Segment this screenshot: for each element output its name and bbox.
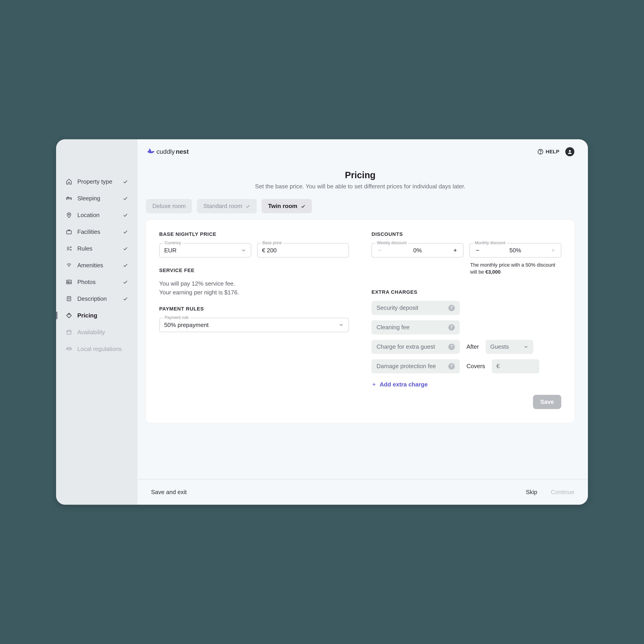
base-price-field[interactable]: Base price € 200	[257, 243, 349, 258]
covers-label: Covers	[466, 363, 485, 370]
charge-label: Cleaning fee	[376, 324, 410, 331]
rules-icon	[65, 245, 73, 252]
sidebar-item-property-type[interactable]: Property type	[56, 173, 137, 190]
svg-point-6	[70, 249, 71, 250]
sidebar-item-facilities[interactable]: Facilities	[56, 223, 137, 240]
sidebar-item-label: Facilities	[77, 228, 100, 235]
check-icon	[122, 229, 128, 235]
monthly-discount-label: Monthly discount	[473, 241, 507, 245]
topbar: cuddlynest HELP	[137, 139, 588, 161]
charge-damage-protection[interactable]: Damage protection fee ?	[372, 359, 460, 373]
help-icon	[537, 149, 543, 155]
after-label: After	[466, 343, 479, 350]
tab-standard-room[interactable]: Standard room	[197, 199, 257, 213]
content: Pricing Set the base price. You will be …	[137, 161, 588, 479]
save-and-exit-button[interactable]: Save and exit	[151, 489, 187, 496]
sidebar-item-description[interactable]: Description	[56, 290, 137, 307]
check-icon	[122, 262, 128, 268]
covers-input[interactable]: €	[492, 359, 539, 373]
save-button[interactable]: Save	[533, 395, 561, 409]
sidebar-item-pricing[interactable]: Pricing	[56, 307, 137, 324]
skip-button[interactable]: Skip	[526, 489, 537, 496]
plus-button[interactable]	[550, 247, 556, 253]
sidebar-item-label: Availability	[77, 329, 105, 336]
home-icon	[65, 178, 73, 185]
charge-label: Charge for extra guest	[376, 343, 435, 350]
room-tabs: Deluxe room Standard room Twin room	[146, 199, 574, 213]
pin-icon	[65, 211, 73, 219]
logo-bird-icon	[146, 147, 156, 156]
plus-button[interactable]	[452, 247, 458, 253]
sidebar-item-label: Sleeping	[77, 195, 100, 202]
covers-value: €	[496, 363, 500, 370]
svg-rect-1	[67, 231, 71, 234]
currency-field[interactable]: Currency EUR	[159, 243, 251, 258]
payment-rule-field[interactable]: Payment rule 50% prepayment	[159, 318, 349, 332]
wifi-icon	[65, 261, 73, 269]
logo[interactable]: cuddlynest	[146, 147, 189, 156]
charge-label: Security deposit	[376, 304, 418, 311]
charge-security-deposit[interactable]: Security deposit ?	[372, 301, 460, 315]
help-tooltip-icon[interactable]: ?	[448, 344, 455, 350]
plus-icon	[551, 248, 556, 253]
minus-button[interactable]	[376, 247, 383, 253]
service-fee-text: You will pay 12% service fee. Your earni…	[159, 279, 349, 297]
minus-button[interactable]	[474, 247, 481, 253]
guests-select[interactable]: Guests	[486, 340, 533, 354]
help-tooltip-icon[interactable]: ?	[448, 363, 455, 369]
check-icon	[122, 296, 128, 302]
service-fee-line2: Your earning per night is $176.	[159, 289, 239, 296]
right-column: DISCOUNTS Weekly discount 0%	[372, 231, 561, 388]
sidebar-item-label: Amenities	[77, 262, 103, 269]
sidebar-item-photos[interactable]: Photos	[56, 274, 137, 290]
sidebar-item-location[interactable]: Location	[56, 207, 137, 223]
sidebar-item-label: Location	[77, 212, 99, 219]
check-icon	[122, 279, 128, 285]
add-extra-charge-button[interactable]: Add extra charge	[372, 381, 561, 388]
sidebar-item-label: Pricing	[77, 312, 97, 319]
svg-rect-9	[67, 297, 71, 301]
tab-label: Twin room	[268, 203, 297, 210]
tab-deluxe-room[interactable]: Deluxe room	[146, 199, 192, 213]
svg-rect-13	[67, 330, 71, 334]
sidebar-item-sleeping[interactable]: Sleeping	[56, 190, 137, 207]
charge-row: Cleaning fee ?	[372, 320, 561, 334]
check-icon	[301, 204, 305, 209]
help-tooltip-icon[interactable]: ?	[448, 305, 455, 311]
charge-row: Charge for extra guest ? After Guests	[372, 340, 561, 354]
charge-extra-guest[interactable]: Charge for extra guest ?	[372, 340, 460, 354]
base-price-heading: BASE NIGHTLY PRICE	[159, 231, 349, 237]
tab-twin-room[interactable]: Twin room	[262, 199, 312, 213]
charge-row: Security deposit ?	[372, 301, 561, 315]
help-tooltip-icon[interactable]: ?	[448, 324, 455, 331]
svg-point-21	[569, 150, 571, 152]
svg-point-5	[70, 247, 71, 248]
chevron-down-icon	[523, 344, 529, 350]
plus-icon	[372, 382, 376, 387]
base-price-value: € 200	[262, 247, 277, 254]
app-window: Property type Sleeping Location	[56, 139, 588, 505]
monthly-discount-value: 50%	[509, 247, 521, 254]
help-button[interactable]: HELP	[537, 149, 559, 155]
minus-icon	[475, 248, 480, 253]
svg-point-0	[68, 214, 70, 215]
check-icon	[122, 195, 128, 201]
payment-rule-value: 50% prepayment	[164, 322, 209, 329]
service-fee-line1: You will pay 12% service fee.	[159, 280, 235, 287]
extra-charges-list: Security deposit ? Cleaning fee ?	[372, 301, 561, 388]
charge-cleaning-fee[interactable]: Cleaning fee ?	[372, 320, 460, 334]
footer: Save and exit Skip Continue	[137, 479, 588, 505]
calendar-icon	[65, 328, 73, 336]
currency-field-label: Currency	[163, 241, 183, 245]
main: cuddlynest HELP Pricing Set the base pri…	[137, 139, 588, 505]
avatar[interactable]	[565, 147, 574, 156]
tag-icon	[65, 312, 73, 319]
base-price-field-label: Base price	[261, 241, 284, 245]
sidebar-item-amenities[interactable]: Amenities	[56, 257, 137, 274]
check-icon	[122, 212, 128, 218]
sidebar-item-rules[interactable]: Rules	[56, 240, 137, 257]
sidebar-item-label: Local regulations	[77, 346, 122, 353]
case-icon	[65, 228, 73, 236]
pricing-card: BASE NIGHTLY PRICE Currency EUR Base pri…	[146, 220, 574, 423]
page-subtitle: Set the base price. You will be able to …	[146, 183, 574, 190]
